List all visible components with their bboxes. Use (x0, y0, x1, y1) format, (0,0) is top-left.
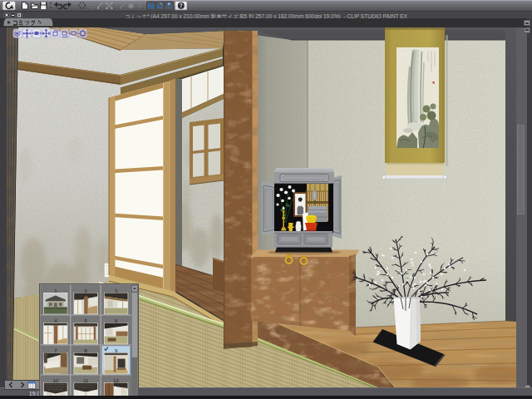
svg-text:?: ? (180, 2, 183, 8)
svg-text:10: 10 (52, 378, 58, 383)
svg-text:11: 11 (83, 378, 89, 383)
svg-text:12: 12 (113, 378, 119, 383)
